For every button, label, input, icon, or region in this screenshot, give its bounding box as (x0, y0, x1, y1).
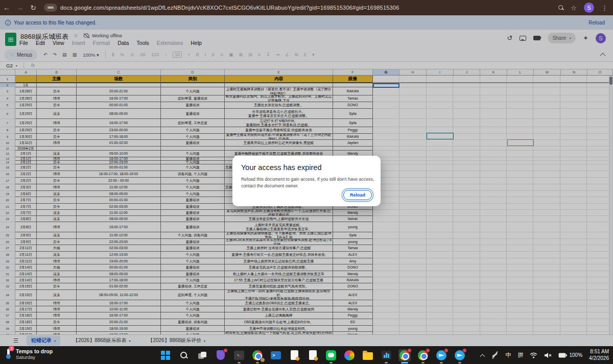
weather-badge: 3 (9, 346, 14, 351)
chrome-profile-icon[interactable] (251, 349, 264, 361)
line-app-icon[interactable] (325, 349, 337, 361)
windows-start-icon[interactable] (159, 349, 172, 361)
terminal-icon[interactable]: >_ (233, 349, 245, 361)
bookmark-star-icon[interactable]: ☆ (571, 4, 577, 12)
forward-icon[interactable]: → (13, 4, 27, 12)
battery-indicator[interactable]: 100% (558, 352, 582, 358)
weather-headline: Temps to drop (16, 348, 53, 354)
search-icon[interactable] (178, 349, 190, 361)
access-expired-dialog: Your access has expired Reload this docu… (232, 156, 381, 206)
taskbar-clock[interactable]: 8:51 AM 4/2/2026 (589, 349, 609, 361)
ime-pinyin-indicator[interactable]: 拼 (517, 351, 523, 359)
thermometer-icon: 3 (4, 348, 12, 360)
back-icon[interactable]: ← (0, 4, 13, 12)
browser-profile-avatar[interactable]: S (584, 3, 594, 13)
file-explorer-icon[interactable] (362, 349, 374, 361)
clock-date: 4/2/2026 (589, 355, 609, 362)
dialog-title: Your access has expired (241, 163, 372, 172)
page-zoom-icon[interactable] (558, 5, 563, 10)
wifi-icon[interactable] (530, 352, 537, 358)
clock-time: 8:51 AM (589, 349, 609, 355)
site-info-icon[interactable] (44, 4, 57, 12)
antivirus-shield-icon[interactable] (215, 349, 227, 361)
screen: ← → ↻ docs.google.com/spreadsheets/d/1wp… (0, 0, 613, 364)
telegram-icon-2[interactable] (454, 349, 466, 361)
notepad-icon[interactable] (288, 349, 300, 361)
reload-button[interactable]: Reload (343, 190, 372, 200)
hidden-icons-chevron[interactable] (480, 354, 485, 359)
weather-widget[interactable]: 3 Temps to drop Saturday (4, 348, 53, 360)
windows-taskbar: 3 Temps to drop Saturday >_> 中 拼 100% 8:… (0, 346, 613, 364)
taskbar-icons: >_> (159, 346, 466, 364)
chrome-active-icon[interactable] (398, 349, 411, 361)
pen-disabled-icon[interactable] (491, 351, 499, 359)
weather-subtext: Saturday (16, 354, 53, 360)
notepad-icon-2[interactable] (306, 349, 319, 361)
reload-icon[interactable]: ↻ (27, 4, 40, 12)
system-tray: 中 拼 100% 8:51 AM 4/2/2026 (481, 346, 609, 364)
battery-icon (558, 353, 567, 358)
browser-toolbar: ← → ↻ docs.google.com/spreadsheets/d/1wp… (0, 0, 613, 15)
volume-muted-icon[interactable] (544, 352, 552, 358)
chrome-icon[interactable] (417, 349, 429, 361)
browser-menu-icon[interactable]: ⋮ (601, 4, 608, 12)
copilot-icon[interactable] (343, 349, 356, 361)
dialog-body: Reload this document to gain access. If … (241, 176, 375, 189)
powershell-icon[interactable]: > (270, 349, 282, 361)
task-view-icon[interactable] (196, 349, 208, 361)
ime-language-indicator[interactable]: 中 (505, 351, 511, 359)
address-bar[interactable]: docs.google.com/spreadsheets/d/1wpDfLezN… (60, 5, 558, 11)
task-manager-icon[interactable] (380, 349, 392, 361)
telegram-icon[interactable] (435, 349, 447, 361)
